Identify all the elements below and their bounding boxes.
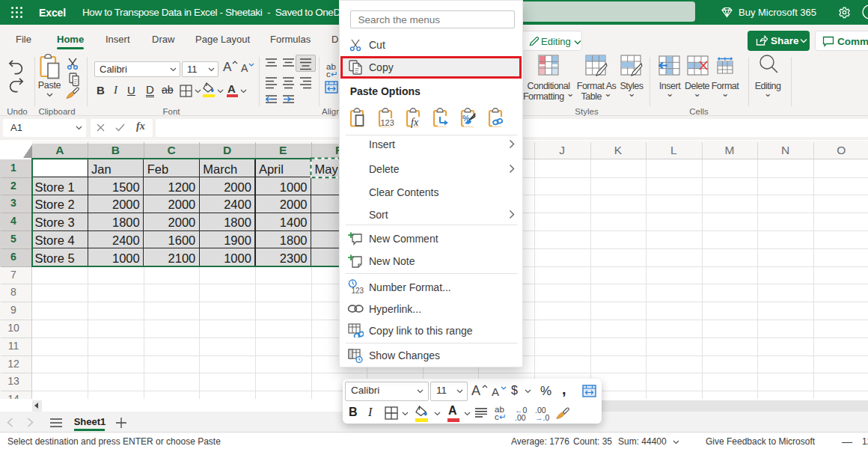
svg-text:123: 123 [381, 118, 394, 127]
svg-text:fx: fx [411, 117, 419, 128]
